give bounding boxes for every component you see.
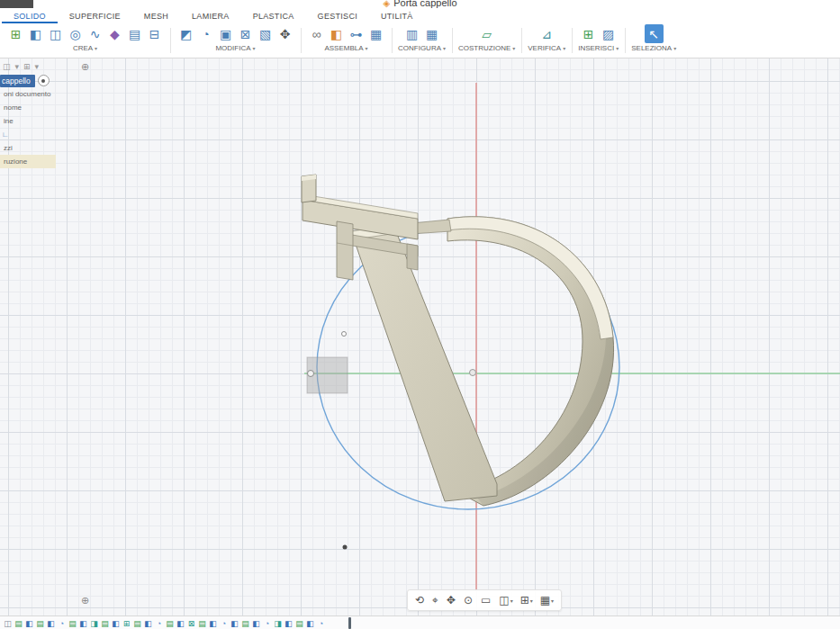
pattern-icon[interactable]: ▤	[125, 24, 144, 43]
insert-derive-icon[interactable]: ▨	[599, 24, 618, 43]
combine-icon[interactable]: ⊠	[236, 24, 255, 43]
ribbon-tab[interactable]: MESH	[132, 9, 180, 23]
toolbar-dropdown-costruzione[interactable]: COSTRUZIONE▾	[458, 44, 515, 52]
browser-row[interactable]: zzi	[0, 141, 56, 155]
select-icon[interactable]: ↖	[645, 24, 664, 43]
grid-toggle-icon[interactable]: ⊞	[23, 62, 31, 71]
timeline-fillet-icon[interactable]: ◔	[219, 618, 229, 629]
shell-icon[interactable]: ▣	[216, 24, 235, 43]
browser-expand-icon[interactable]: ⊕	[81, 62, 89, 72]
toolbar-dropdown-seleziona[interactable]: SELEZIONA▾	[631, 44, 676, 52]
ribbon-tab[interactable]: SUPERFICIE	[58, 9, 132, 23]
browser-row[interactable]: ∟	[0, 128, 56, 141]
timeline-fillet-icon[interactable]: ◔	[262, 618, 272, 629]
toolbar-dropdown-configura[interactable]: CONFIGURA▾	[398, 44, 446, 52]
create-sketch-icon[interactable]: ⊞	[6, 24, 25, 43]
activate-component-radio[interactable]	[38, 75, 50, 86]
display-settings-icon[interactable]: ◫ ▾	[499, 595, 512, 606]
fit-icon[interactable]: ▭	[481, 595, 492, 606]
model-step-drop[interactable]	[407, 244, 418, 270]
browser-row[interactable]: ruzione	[0, 155, 56, 168]
sketch-point[interactable]	[308, 371, 314, 377]
configuration-table-icon[interactable]: ▦	[422, 24, 441, 43]
toolbar-dropdown-inserisci[interactable]: INSERISCI▾	[578, 44, 619, 52]
timeline-extrude-icon[interactable]: ◧	[208, 618, 218, 629]
joint-icon[interactable]: ⊶	[347, 24, 366, 43]
browser-row[interactable]: nome	[0, 101, 56, 114]
timeline-extrude-icon[interactable]: ◧	[251, 618, 261, 629]
configure-icon[interactable]: ▥	[402, 24, 421, 43]
timeline-sketch-icon[interactable]: ▤	[14, 618, 23, 629]
timeline-mirror-icon[interactable]: ◨	[273, 618, 283, 629]
sketch-point-dark[interactable]	[343, 545, 348, 550]
timeline-sketch-icon[interactable]: ▤	[240, 618, 250, 629]
look-at-icon[interactable]: ⌖	[432, 595, 439, 606]
timeline-sketch-icon[interactable]: ▤	[35, 618, 45, 629]
measure-icon[interactable]: ⊿	[537, 24, 556, 43]
timeline-playhead[interactable]	[348, 617, 351, 629]
browser-row[interactable]: ine	[0, 114, 56, 128]
timeline-extrude-icon[interactable]: ◧	[305, 618, 315, 629]
canvas-3d-model[interactable]	[0, 58, 840, 616]
link-icon[interactable]: ∞	[307, 24, 326, 43]
orbit-icon[interactable]: ⟲	[415, 595, 425, 606]
toolbar-dropdown-modifica[interactable]: MODIFICA▾	[215, 44, 255, 52]
timeline-extrude-icon[interactable]: ◧	[78, 618, 88, 629]
timeline-fillet-icon[interactable]: ◔	[154, 618, 164, 629]
timeline-extrude-icon[interactable]: ◧	[230, 618, 239, 629]
move-copy-icon[interactable]: ✥	[275, 24, 294, 43]
browser-selected-row[interactable]: cappello	[0, 74, 56, 87]
dropdown-caret-icon[interactable]: ▾	[35, 62, 40, 71]
ribbon-tab[interactable]: UTILITÀ	[369, 9, 425, 23]
model-hook[interactable]	[337, 221, 353, 280]
create-form-icon[interactable]: ◆	[105, 24, 124, 43]
timeline-sketch-icon[interactable]: ▤	[197, 618, 207, 629]
timeline-expand-icon[interactable]: ⊕	[81, 596, 89, 606]
insert-mesh-icon[interactable]: ⊞	[579, 24, 598, 43]
toolbar-dropdown-crea[interactable]: CREA▾	[73, 44, 97, 52]
timeline-sketch-icon[interactable]: ▤	[132, 618, 142, 629]
timeline-mirror-icon[interactable]: ⊞	[122, 618, 131, 629]
timeline-fillet-icon[interactable]: ◔	[57, 618, 67, 629]
origin-point[interactable]	[470, 370, 476, 376]
toolbar-dropdown-verifica[interactable]: VERIFICA▾	[528, 44, 565, 52]
timeline-extrude-icon[interactable]: ◧	[176, 618, 185, 629]
new-component-icon[interactable]: ◧	[327, 24, 346, 43]
timeline-sketch-icon[interactable]: ▤	[68, 618, 77, 629]
ribbon-tab[interactable]: GESTISCI	[306, 9, 369, 23]
construction-plane-icon[interactable]: ▱	[477, 24, 496, 43]
derive-icon[interactable]: ⊟	[145, 24, 164, 43]
ribbon-tab[interactable]: LAMIERA	[180, 9, 241, 23]
component-filter-icon[interactable]: ◫	[3, 62, 11, 71]
browser-row[interactable]: oni documento	[0, 87, 56, 101]
timeline-extrude-icon[interactable]: ◧	[284, 618, 294, 629]
timeline-sketch-icon[interactable]: ▤	[100, 618, 110, 629]
timeline-extrude-icon[interactable]: ◧	[24, 618, 34, 629]
pan-icon[interactable]: ✥	[447, 595, 456, 606]
grid-layout-icon[interactable]: ⊞ ▾	[520, 595, 533, 606]
timeline-sketch-icon[interactable]: ▤	[165, 618, 175, 629]
sphere-primitive-icon[interactable]: ◎	[66, 24, 85, 43]
press-pull-icon[interactable]: ◩	[176, 24, 195, 43]
box-primitive-icon[interactable]: ◧	[26, 24, 45, 43]
timeline-extrude-icon[interactable]: ◧	[143, 618, 153, 629]
viewport-canvas[interactable]: ◫▾⊞▾ ⊕ ⊕ cappello oni documento nome	[0, 58, 840, 616]
timeline-combine-icon[interactable]: ⊠	[186, 618, 196, 629]
zoom-icon[interactable]: ⊙	[464, 595, 474, 606]
timeline-extrude-icon[interactable]: ◧	[46, 618, 56, 629]
timeline-shell-icon[interactable]: ◨	[89, 618, 99, 629]
bom-table-icon[interactable]: ▦	[366, 24, 385, 43]
ribbon-tab[interactable]: PLASTICA	[241, 9, 306, 23]
ribbon-tab[interactable]: SOLIDO	[2, 9, 58, 23]
timeline-sketch-icon[interactable]: ▤	[294, 618, 304, 629]
fillet-icon[interactable]: ◔	[196, 24, 215, 43]
coil-icon[interactable]: ∿	[86, 24, 104, 43]
viewports-icon[interactable]: ▦ ▾	[540, 595, 554, 606]
sketch-point[interactable]	[342, 332, 347, 337]
model-stem-face[interactable]	[351, 225, 497, 501]
timeline-extrude-icon[interactable]: ◧	[111, 618, 121, 629]
cylinder-primitive-icon[interactable]: ◫	[46, 24, 65, 43]
toolbar-dropdown-assembla[interactable]: ASSEMBLA▾	[324, 44, 367, 52]
dropdown-caret-icon[interactable]: ▾	[15, 62, 20, 71]
timeline-component-icon[interactable]: ◫	[3, 618, 13, 629]
